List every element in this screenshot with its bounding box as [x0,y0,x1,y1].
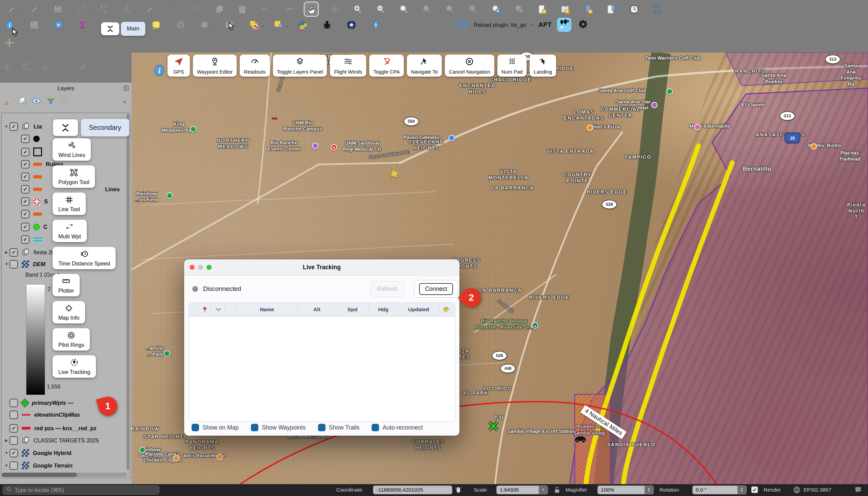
option-auto-reconnect[interactable]: Auto-reconnect [372,424,423,431]
secondary-button-line-tool[interactable]: Line Tool [52,192,86,215]
copy-icon[interactable] [212,2,226,16]
layer-row-unnamed[interactable]: ✓ [15,146,46,158]
style-manager-icon[interactable] [3,96,13,107]
layer-checkbox[interactable] [10,461,18,470]
main-button-gps[interactable]: GPS [168,55,190,77]
checked-checkbox[interactable] [251,424,258,431]
layer-row-unnamed[interactable]: ✓ [15,171,46,182]
zoom-native-icon[interactable]: 1:1 [466,2,479,16]
layer-row-s[interactable]: ✓S [15,196,48,207]
secondary-button-pilot-rings[interactable]: Pilot Rings [52,328,90,351]
secondary-toolbar-collapse-button[interactable] [53,119,78,136]
main-button-waypoint-editor[interactable]: Waypoint Editor [193,55,237,77]
messages-bubble-icon[interactable] [854,486,862,495]
refresh-map-icon[interactable] [650,2,664,16]
temporal-controller-icon[interactable] [627,2,641,16]
layer-checkbox[interactable] [10,399,18,407]
layer-row-unnamed[interactable]: ✓ [15,133,43,144]
expander-right-icon[interactable]: ▶ [3,250,10,254]
zoom-out-icon[interactable] [374,2,387,16]
checked-checkbox[interactable] [318,424,326,431]
text-annotation-icon[interactable] [149,18,163,32]
new-layout-icon[interactable] [535,2,548,16]
option-show-on-map[interactable]: Show on Map [191,424,239,431]
labeling-blocked-icon[interactable]: ▾ [247,18,260,32]
main-button-flight-winds[interactable]: Flight Winds [330,55,366,77]
digitize-line-icon[interactable]: ▾ [74,2,88,16]
reload-plugin-caret-icon[interactable]: ▾ [531,22,533,27]
close-window-icon[interactable] [189,265,195,270]
layers-horizontal-scrollbar[interactable] [2,472,127,477]
trash-icon[interactable] [166,2,180,16]
render-checkbox[interactable]: ✓ [751,486,758,493]
filter-legend-icon[interactable] [46,96,55,107]
zoom-next-icon[interactable] [512,2,526,16]
secondary-toolbar-title[interactable]: Secondary [81,119,129,137]
identify-features-icon[interactable]: i [3,18,16,32]
expander-down-icon[interactable]: ▼ [3,124,10,129]
vertex-tool-icon[interactable] [97,2,110,16]
options-gear-icon[interactable] [174,18,187,32]
secondary-button-wind-lines[interactable]: Wind Lines [52,138,91,161]
layer-checkbox[interactable]: ✓ [10,122,18,131]
layer-row-unnamed[interactable]: ✓ [15,208,46,220]
column-header-alt[interactable]: Alt [298,303,336,316]
scale-combobox[interactable]: 1:64935▼ [496,485,548,494]
secondary-button-map-info[interactable]: Map Info [52,301,85,323]
plugin-gear-icon[interactable] [576,18,590,32]
zoom-full-icon[interactable] [397,2,410,16]
pan-hand-icon[interactable] [305,2,318,16]
column-header-name[interactable]: Name [237,303,298,316]
layer-row-google-hybrid[interactable]: ▼✓Google Hybrid [3,447,72,459]
info-icon[interactable]: i [153,63,166,79]
new-bookmark-icon[interactable] [581,2,595,16]
main-button-readouts[interactable]: Readouts [240,55,269,77]
checked-checkbox[interactable] [191,424,199,431]
layer-checkbox[interactable]: ✓ [21,235,30,244]
checked-checkbox[interactable] [372,424,379,431]
layer-row-dem[interactable]: ▼DEM [3,258,45,270]
add-group-icon[interactable] [18,96,27,107]
minimize-window-icon[interactable] [198,265,203,270]
crs-value[interactable]: EPSG:3857 [804,487,832,493]
pan-dock-icon[interactable] [4,37,15,49]
pencil-icon[interactable] [28,2,41,16]
layer-row-elevationclipmas[interactable]: elevationClipMas [3,409,80,420]
magnifier-spinner[interactable]: 100%▲▼ [598,485,654,494]
balloon-app-icon[interactable] [557,18,571,32]
filter-expression-icon[interactable]: ε [60,96,69,107]
layer-checkbox[interactable]: ✓ [21,210,30,218]
layer-checkbox[interactable]: ✓ [21,160,30,169]
processing-toolbox-icon[interactable] [51,18,65,32]
layer-checkbox[interactable]: ✓ [21,185,30,193]
connect-button[interactable]: Connect [414,280,458,298]
extents-mouse-icon[interactable] [454,486,463,495]
layer-checkbox[interactable]: ✓ [10,449,18,458]
show-bookmarks-icon[interactable] [604,2,618,16]
layer-checkbox[interactable] [10,436,18,445]
zoom-selection-icon[interactable] [420,2,433,16]
zoom-last-icon[interactable] [489,2,502,16]
statistical-summary-icon[interactable] [27,18,41,32]
main-toolbar-collapse-button[interactable] [101,22,119,35]
expander-right-icon[interactable]: ▶ [3,438,10,443]
close-panel-icon[interactable] [123,85,129,91]
pin-column-icon[interactable] [198,303,212,316]
locator-search-input[interactable]: Type to locate (⌘K) [3,485,159,495]
manage-visibility-icon[interactable] [32,96,41,107]
layer-list-icon[interactable]: ▾ [222,18,236,32]
zoom-window-icon[interactable] [206,265,212,270]
osgeo-globe-icon[interactable] [344,18,358,32]
option-show-trails[interactable]: Show Trails [318,424,359,431]
coordinate-input[interactable]: -11880058,4201025 [373,485,452,494]
main-button-toggle-layers-panel[interactable]: Toggle Layers Panel [273,55,327,77]
layer-row-google-terrain[interactable]: ▼Google Terrain [3,460,73,471]
paste-icon[interactable] [235,2,249,16]
highlighter-icon[interactable] [143,2,157,16]
pan-move-icon[interactable] [327,2,341,16]
layer-checkbox[interactable] [10,260,18,268]
layout-manager-icon[interactable] [558,2,572,16]
layers-vertical-scrollbar[interactable] [126,114,129,470]
zoom-layer-icon[interactable] [443,2,456,16]
layer-checkbox[interactable] [10,410,18,419]
